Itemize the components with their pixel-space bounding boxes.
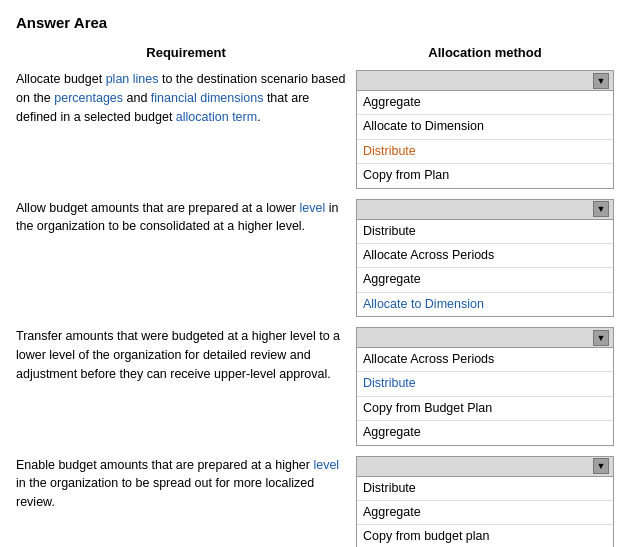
dropdown-item-4-3[interactable]: Copy from budget plan bbox=[357, 525, 613, 547]
dropdown-arrow-icon-3[interactable]: ▼ bbox=[593, 330, 609, 346]
dropdown-item-3-4[interactable]: Aggregate bbox=[357, 421, 613, 444]
dropdown-box-4[interactable]: ▼DistributeAggregateCopy from budget pla… bbox=[356, 456, 614, 548]
requirement-text-1: Allocate budget plan lines to the destin… bbox=[16, 70, 356, 126]
dropdown-item-1-1[interactable]: Aggregate bbox=[357, 91, 613, 115]
dropdown-item-1-3[interactable]: Distribute bbox=[357, 140, 613, 164]
qa-row-3: Transfer amounts that were budgeted at a… bbox=[16, 327, 614, 446]
dropdown-item-3-2[interactable]: Distribute bbox=[357, 372, 613, 396]
dropdown-header-4[interactable]: ▼ bbox=[357, 457, 613, 477]
dropdown-item-2-2[interactable]: Allocate Across Periods bbox=[357, 244, 613, 268]
dropdown-item-4-2[interactable]: Aggregate bbox=[357, 501, 613, 525]
requirement-text-3: Transfer amounts that were budgeted at a… bbox=[16, 327, 356, 383]
dropdown-item-4-1[interactable]: Distribute bbox=[357, 477, 613, 501]
dropdown-arrow-icon-2[interactable]: ▼ bbox=[593, 201, 609, 217]
dropdown-item-3-1[interactable]: Allocate Across Periods bbox=[357, 348, 613, 372]
dropdown-arrow-icon-1[interactable]: ▼ bbox=[593, 73, 609, 89]
requirement-text-4: Enable budget amounts that are prepared … bbox=[16, 456, 356, 512]
dropdown-item-1-2[interactable]: Allocate to Dimension bbox=[357, 115, 613, 139]
dropdown-box-1[interactable]: ▼AggregateAllocate to DimensionDistribut… bbox=[356, 70, 614, 189]
qa-row-1: Allocate budget plan lines to the destin… bbox=[16, 70, 614, 189]
dropdown-item-3-3[interactable]: Copy from Budget Plan bbox=[357, 397, 613, 421]
page-title: Answer Area bbox=[16, 14, 614, 31]
dropdown-box-3[interactable]: ▼Allocate Across PeriodsDistributeCopy f… bbox=[356, 327, 614, 446]
dropdown-item-2-4[interactable]: Allocate to Dimension bbox=[357, 293, 613, 316]
dropdown-item-1-4[interactable]: Copy from Plan bbox=[357, 164, 613, 187]
dropdown-header-3[interactable]: ▼ bbox=[357, 328, 613, 348]
dropdown-item-2-1[interactable]: Distribute bbox=[357, 220, 613, 244]
dropdown-arrow-icon-4[interactable]: ▼ bbox=[593, 458, 609, 474]
column-header-requirement: Requirement bbox=[16, 45, 356, 60]
column-header-allocation: Allocation method bbox=[356, 45, 614, 60]
qa-row-2: Allow budget amounts that are prepared a… bbox=[16, 199, 614, 318]
dropdown-box-2[interactable]: ▼DistributeAllocate Across PeriodsAggreg… bbox=[356, 199, 614, 318]
dropdown-header-2[interactable]: ▼ bbox=[357, 200, 613, 220]
qa-row-4: Enable budget amounts that are prepared … bbox=[16, 456, 614, 548]
dropdown-item-2-3[interactable]: Aggregate bbox=[357, 268, 613, 292]
requirement-text-2: Allow budget amounts that are prepared a… bbox=[16, 199, 356, 237]
dropdown-header-1[interactable]: ▼ bbox=[357, 71, 613, 91]
